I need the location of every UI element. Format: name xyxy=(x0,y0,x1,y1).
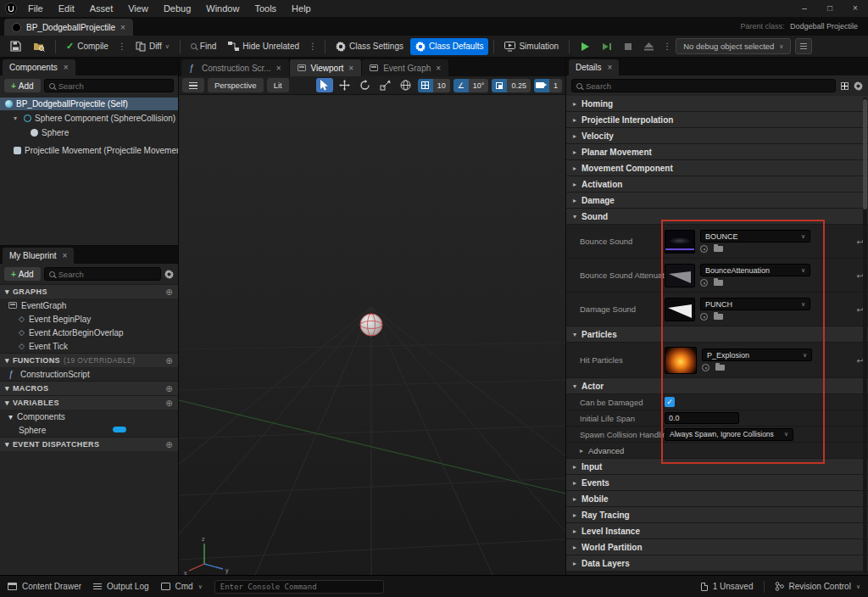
cmd-dropdown[interactable]: Cmd ∨ xyxy=(161,582,203,591)
find-button[interactable]: Find xyxy=(186,38,221,55)
eject-button[interactable] xyxy=(639,38,659,55)
details-search-input[interactable] xyxy=(586,81,831,91)
sound-asset-thumbnail[interactable] xyxy=(665,298,695,321)
unreal-logo-icon[interactable] xyxy=(5,3,17,14)
tab-components[interactable]: Components × xyxy=(3,59,75,75)
add-variable-icon[interactable]: ⊕ xyxy=(165,399,173,408)
components-search[interactable] xyxy=(44,79,174,92)
close-icon[interactable]: × xyxy=(608,63,613,72)
initial-life-span-input[interactable] xyxy=(665,412,739,424)
view-mode-dropdown[interactable]: Lit xyxy=(267,78,289,92)
output-log-button[interactable]: Output Log xyxy=(93,582,148,591)
close-icon[interactable]: × xyxy=(120,23,125,32)
menu-debug[interactable]: Debug xyxy=(156,0,198,17)
category-actor[interactable]: ▾Actor xyxy=(566,378,868,394)
tab-my-blueprint[interactable]: My Blueprint × xyxy=(3,248,74,264)
rotation-snap-value[interactable]: 10° xyxy=(469,79,489,92)
function-item-constructionscript[interactable]: ƒ ConstructionScript xyxy=(0,367,178,381)
macros-section-header[interactable]: ▾ MACROS ⊕ xyxy=(0,381,178,395)
viewport-options-button[interactable] xyxy=(182,78,204,92)
class-settings-button[interactable]: Class Settings xyxy=(331,38,409,55)
save-button[interactable] xyxy=(5,38,26,55)
components-search-input[interactable] xyxy=(58,81,169,91)
details-settings-button[interactable] xyxy=(854,81,863,91)
perspective-dropdown[interactable]: Perspective xyxy=(208,78,264,92)
tree-item-projectile-movement[interactable]: Projectile Movement (Projectile Movemen xyxy=(0,144,178,157)
tree-item-sphere[interactable]: Sphere xyxy=(0,126,178,139)
attenuation-asset-thumbnail[interactable] xyxy=(665,264,695,287)
hide-unrelated-options-icon[interactable]: ⋮ xyxy=(306,42,320,51)
damage-sound-dropdown[interactable]: PUNCH ∨ xyxy=(700,298,810,310)
use-selected-asset-icon[interactable] xyxy=(700,245,708,253)
use-selected-asset-icon[interactable] xyxy=(702,364,709,371)
category-input[interactable]: ▸Input xyxy=(566,459,868,475)
maximize-button[interactable]: □ xyxy=(817,0,843,17)
camera-speed-icon[interactable] xyxy=(534,79,549,92)
particle-asset-thumbnail[interactable] xyxy=(665,347,697,374)
hide-unrelated-button[interactable]: Hide Unrelated xyxy=(223,38,304,55)
bounce-sound-dropdown[interactable]: BOUNCE ∨ xyxy=(700,230,810,243)
close-icon[interactable]: × xyxy=(276,64,281,73)
use-selected-asset-icon[interactable] xyxy=(700,279,708,287)
console-command-input[interactable] xyxy=(214,580,384,594)
browse-to-asset-icon[interactable] xyxy=(715,365,725,371)
display-options-button[interactable] xyxy=(841,82,849,90)
rotation-snap-icon[interactable]: ∠ xyxy=(453,79,469,92)
actor-advanced-expander[interactable]: ▸ Advanced xyxy=(566,443,868,459)
category-sound[interactable]: ▾Sound xyxy=(566,209,868,225)
stop-button[interactable] xyxy=(619,38,637,55)
close-icon[interactable]: × xyxy=(436,64,441,73)
scale-snap-icon[interactable] xyxy=(492,79,507,92)
event-dispatchers-section-header[interactable]: ▾ EVENT DISPATCHERS ⊕ xyxy=(0,437,178,451)
category-velocity[interactable]: ▸Velocity xyxy=(566,128,868,144)
sound-asset-thumbnail[interactable] xyxy=(665,230,695,254)
rotation-snap-control[interactable]: ∠ 10° xyxy=(453,79,489,92)
scrollbar-thumb[interactable] xyxy=(863,99,867,209)
category-damage[interactable]: ▸Damage xyxy=(566,192,868,209)
scale-snap-value[interactable]: 0.25 xyxy=(507,79,531,92)
close-button[interactable]: × xyxy=(843,0,868,17)
debug-object-dropdown[interactable]: No debug object selected ∨ xyxy=(676,38,791,54)
close-icon[interactable]: × xyxy=(348,64,353,73)
class-defaults-button[interactable]: Class Defaults xyxy=(410,38,488,55)
world-coordinate-button[interactable] xyxy=(398,78,415,92)
diff-button[interactable]: Diff ∨ xyxy=(131,38,175,55)
menu-help[interactable]: Help xyxy=(284,0,319,17)
compile-options-icon[interactable]: ⋮ xyxy=(115,42,129,51)
category-homing[interactable]: ▸Homing xyxy=(566,96,868,112)
frame-skip-button[interactable] xyxy=(597,38,617,55)
category-ray-tracing[interactable]: ▸Ray Tracing xyxy=(566,507,868,523)
viewport-3d-canvas[interactable]: z x y xyxy=(179,95,565,575)
browse-to-asset-button[interactable] xyxy=(28,38,50,55)
category-planar-movement[interactable]: ▸Planar Movement xyxy=(566,144,868,160)
variable-category-components[interactable]: ▾ Components xyxy=(0,410,178,423)
rotate-tool-button[interactable] xyxy=(357,78,374,92)
unsaved-assets-button[interactable]: 1 Unsaved xyxy=(701,582,754,591)
scale-snap-control[interactable]: 0.25 xyxy=(492,79,531,92)
camera-speed-control[interactable]: 1 xyxy=(534,79,562,92)
browse-to-asset-icon[interactable] xyxy=(714,280,723,286)
close-icon[interactable]: × xyxy=(63,251,68,260)
category-particles[interactable]: ▾Particles xyxy=(566,326,868,343)
chevron-down-icon[interactable]: ▾ xyxy=(14,114,20,122)
event-item-beginplay[interactable]: ◇ Event BeginPlay xyxy=(0,312,178,326)
asset-tab-bp-dodgeballprojectile[interactable]: BP_DodgeballProjectile × xyxy=(4,19,133,36)
can-be-damaged-checkbox[interactable]: ✓ xyxy=(665,397,675,407)
use-selected-asset-icon[interactable] xyxy=(700,313,708,321)
grid-snap-icon[interactable] xyxy=(418,79,433,92)
content-drawer-button[interactable]: Content Drawer xyxy=(8,582,81,591)
menu-view[interactable]: View xyxy=(120,0,156,17)
variable-item-sphere[interactable]: Sphere xyxy=(0,423,178,437)
revision-control-button[interactable]: Revision Control ∨ xyxy=(775,582,861,591)
add-macro-icon[interactable]: ⊕ xyxy=(165,384,173,393)
play-button[interactable] xyxy=(575,38,595,55)
add-component-button[interactable]: + Add xyxy=(4,79,41,92)
event-item-actorbeginoverlap[interactable]: ◇ Event ActorBeginOverlap xyxy=(0,326,178,339)
scale-tool-button[interactable] xyxy=(377,78,394,92)
graph-item-eventgraph[interactable]: EventGraph xyxy=(0,298,178,312)
category-mobile[interactable]: ▸Mobile xyxy=(566,491,868,507)
grid-snap-control[interactable]: 10 xyxy=(418,79,450,92)
add-blueprint-item-button[interactable]: + Add xyxy=(4,267,41,281)
grid-snap-value[interactable]: 10 xyxy=(433,79,450,92)
add-graph-icon[interactable]: ⊕ xyxy=(165,287,173,297)
